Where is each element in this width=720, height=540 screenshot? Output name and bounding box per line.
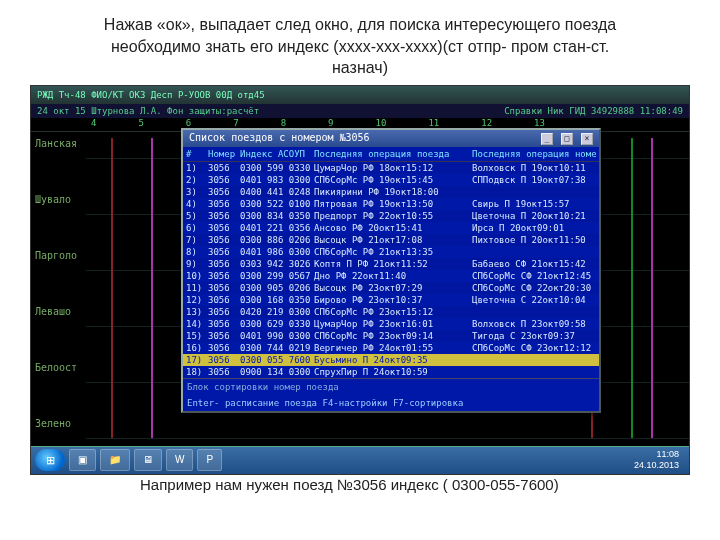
train-row[interactable]: 14)30560300 629 0330ЦумарЧор РФ 23окт16:… — [183, 318, 599, 330]
cell: Цветочна С 22окт10:04 — [472, 294, 596, 306]
train-row[interactable]: 13)30560420 219 0300СПбСорМс РФ 23окт15:… — [183, 306, 599, 318]
popup-title-text: Список поездов с номером №3056 — [189, 132, 370, 145]
cell — [472, 354, 596, 366]
cell: 3056 — [208, 318, 240, 330]
train-row[interactable]: 8)30560401 986 0300СПбСорМс РФ 21окт13:3… — [183, 246, 599, 258]
taskbar[interactable]: ⊞ ▣ 📁 🖥 W P 11:08 24.10.2013 — [31, 446, 689, 474]
train-row[interactable]: 16)30560300 744 0219Вергичер РФ 24окт01:… — [183, 342, 599, 354]
cell: 0401 221 0356 — [240, 222, 314, 234]
train-row[interactable]: 10)30560300 299 0567Дно РФ 22окт11:40СПб… — [183, 270, 599, 282]
station: Левашо — [31, 306, 86, 362]
cell: 15) — [186, 330, 208, 342]
close-icon[interactable]: × — [581, 133, 593, 145]
task-item[interactable]: P — [197, 449, 222, 471]
cell: СПбСорМс РФ 23окт09:14 — [314, 330, 472, 342]
cell: СПбСорМс РФ 19окт15:45 — [314, 174, 472, 186]
col: Последняя операция поезда — [314, 148, 472, 160]
train-row[interactable]: 6)30560401 221 0356Ансово РФ 20окт15:41И… — [183, 222, 599, 234]
train-row[interactable]: 9)30560303 942 3026Коптя П РФ 21окт11:52… — [183, 258, 599, 270]
cell — [472, 306, 596, 318]
cell: Волховск П 19окт10:11 — [472, 162, 596, 174]
cell: ЦумарЧор РФ 23окт16:01 — [314, 318, 472, 330]
col: Последняя операция номером — [472, 148, 596, 160]
train-row[interactable]: 15)30560401 990 0300СПбСорМс РФ 23окт09:… — [183, 330, 599, 342]
title-line-2: необходимо знать его индекс (хххх-ххх-хх… — [30, 36, 690, 58]
cell: 3056 — [208, 174, 240, 186]
train-row[interactable]: 3)30560400 441 0248Пикиярини РФ 19окт18:… — [183, 186, 599, 198]
train-row[interactable]: 2)30560401 983 0300СПбСорМс РФ 19окт15:4… — [183, 174, 599, 186]
cell: СПбСорМс РФ 21окт13:35 — [314, 246, 472, 258]
tick: 4 — [91, 118, 96, 131]
minimize-icon[interactable]: _ — [541, 133, 553, 145]
col: Индекс АСОУП — [240, 148, 314, 160]
cell: СПбСорМс СФ 22окт20:30 — [472, 282, 596, 294]
cell: Высоцк РФ 21окт17:08 — [314, 234, 472, 246]
cell: Тигода С 23окт09:37 — [472, 330, 596, 342]
train-row[interactable]: 12)30560300 168 0350Бирово РФ 23окт10:37… — [183, 294, 599, 306]
popup-titlebar[interactable]: Список поездов с номером №3056 _ □ × — [183, 130, 599, 147]
train-list-popup[interactable]: Список поездов с номером №3056 _ □ × # Н… — [181, 128, 601, 413]
window-buttons[interactable]: _ □ × — [539, 132, 593, 145]
cell: 3056 — [208, 222, 240, 234]
station: Ланская — [31, 138, 86, 194]
cell: Ансово РФ 20окт15:41 — [314, 222, 472, 234]
cell: 3056 — [208, 258, 240, 270]
cell: Коптя П РФ 21окт11:52 — [314, 258, 472, 270]
train-row[interactable]: 1)30560300 599 0330ЦумарЧор РФ 18окт15:1… — [183, 162, 599, 174]
cell: 0420 219 0300 — [240, 306, 314, 318]
cell: 0300 886 0206 — [240, 234, 314, 246]
cell: Ирса П 20окт09:01 — [472, 222, 596, 234]
cell: 3056 — [208, 354, 240, 366]
tray[interactable]: 11:08 24.10.2013 — [634, 449, 685, 471]
cell: 10) — [186, 270, 208, 282]
train-row[interactable]: 5)30560300 834 0350Предпорт РФ 22окт10:5… — [183, 210, 599, 222]
task-item[interactable]: 📁 — [100, 449, 130, 471]
cell — [472, 366, 596, 378]
title-line-1: Нажав «ок», выпадает след окно, для поис… — [30, 14, 690, 36]
station: Белоост — [31, 362, 86, 418]
maximize-icon[interactable]: □ — [561, 133, 573, 145]
cell: 7) — [186, 234, 208, 246]
station-labels: Ланская Шувало Парголо Левашо Белоост Зе… — [31, 138, 86, 446]
cell: 14) — [186, 318, 208, 330]
train-row[interactable]: 11)30560300 905 0206Высоцк РФ 23окт07:29… — [183, 282, 599, 294]
cell — [472, 246, 596, 258]
cell: 0900 134 0300 — [240, 366, 314, 378]
popup-footer: Блок сортировки номер поезда — [183, 378, 599, 395]
cell: Свирь П 19окт15:57 — [472, 198, 596, 210]
cell: 9) — [186, 258, 208, 270]
cell: СПбСорМс СФ 21окт12:45 — [472, 270, 596, 282]
cell: 3056 — [208, 186, 240, 198]
train-row[interactable]: 7)30560300 886 0206Высоцк РФ 21окт17:08П… — [183, 234, 599, 246]
task-item[interactable]: 🖥 — [134, 449, 162, 471]
cell: 0300 834 0350 — [240, 210, 314, 222]
cell: Пихтовое П 20окт11:50 — [472, 234, 596, 246]
app-title-bar: РЖД Тч-48 ФИО/КТ ОКЗ Десп Р-УООB 00Д отд… — [31, 86, 689, 104]
clock-date: 24.10.2013 — [634, 460, 679, 471]
cell: 16) — [186, 342, 208, 354]
cell: 3056 — [208, 234, 240, 246]
cell: Пикиярини РФ 19окт18:00 — [314, 186, 472, 198]
train-rows[interactable]: 1)30560300 599 0330ЦумарЧор РФ 18окт15:1… — [183, 162, 599, 378]
col: # — [186, 148, 208, 160]
cell: ЦумарЧор РФ 18окт15:12 — [314, 162, 472, 174]
cell: 8) — [186, 246, 208, 258]
cell: 0300 599 0330 — [240, 162, 314, 174]
train-row[interactable]: 18)30560900 134 0300СпрухПир П 24окт10:5… — [183, 366, 599, 378]
cell: 0300 905 0206 — [240, 282, 314, 294]
popup-columns: # Номер Индекс АСОУП Последняя операция … — [183, 147, 599, 162]
train-row[interactable]: 17)30560300 055 7600Бусьмино П 24окт09:3… — [183, 354, 599, 366]
start-button[interactable]: ⊞ — [35, 449, 65, 471]
status-right: Справки Ник ГИД 34929888 11:08:49 — [504, 104, 683, 118]
cell: 3056 — [208, 270, 240, 282]
cell: 0300 629 0330 — [240, 318, 314, 330]
popup-hint: Enter- расписание поезда F4-настройки F7… — [183, 395, 599, 411]
tick: 5 — [138, 118, 143, 131]
task-item[interactable]: ▣ — [69, 449, 96, 471]
cell: Высоцк РФ 23окт07:29 — [314, 282, 472, 294]
cell: Дно РФ 22окт11:40 — [314, 270, 472, 282]
cell: 0303 942 3026 — [240, 258, 314, 270]
task-item[interactable]: W — [166, 449, 193, 471]
train-row[interactable]: 4)30560300 522 0100Пятровая РФ 19окт13:5… — [183, 198, 599, 210]
station: Шувало — [31, 194, 86, 250]
